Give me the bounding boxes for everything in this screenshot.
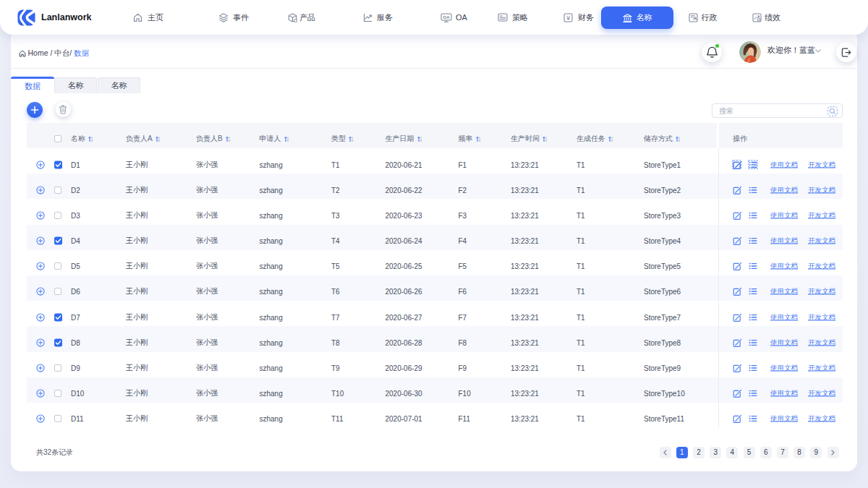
svg-text:OA: OA xyxy=(443,15,451,20)
svg-text:¥: ¥ xyxy=(566,14,570,22)
